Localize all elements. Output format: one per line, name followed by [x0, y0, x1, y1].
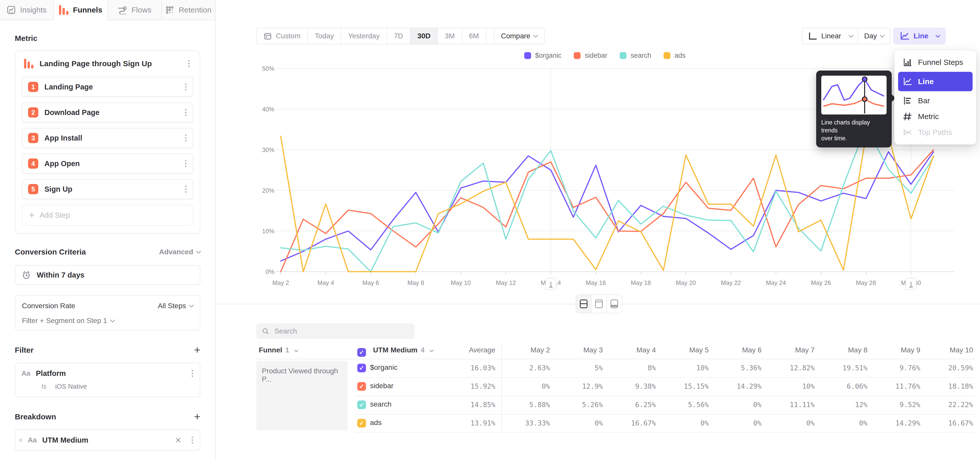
breakdown-utm-card[interactable]: ≡ Aa UTM Medium ✕: [15, 429, 200, 451]
date-range-yesterday[interactable]: Yesterday: [341, 28, 387, 44]
menu-item-funnel-steps[interactable]: Funnel Steps: [898, 54, 973, 70]
tab-funnels[interactable]: Funnels: [54, 0, 108, 20]
date-column-header[interactable]: May 5: [658, 346, 709, 354]
filter-segment-toggle[interactable]: Filter + Segment on Step 1: [22, 317, 193, 325]
remove-breakdown-icon[interactable]: ✕: [173, 436, 183, 445]
table-funnel-name-cell[interactable]: Product Viewed through P...: [256, 361, 348, 430]
date-column-header[interactable]: May 9: [869, 346, 920, 354]
menu-item-bar[interactable]: Bar: [898, 93, 973, 109]
annotation-badge[interactable]: 1: [906, 278, 916, 290]
y-axis-tick-label: 20%: [262, 187, 274, 194]
compare-button[interactable]: Compare: [494, 27, 545, 45]
funnel-step-download-page[interactable]: 2Download Page: [22, 102, 193, 122]
step-kebab-menu[interactable]: [183, 107, 189, 118]
view-split-horizontal[interactable]: [576, 295, 592, 313]
row-checkbox[interactable]: ✓: [357, 419, 366, 428]
legend-item-organic[interactable]: $organic: [524, 52, 562, 59]
date-column-header[interactable]: May 6: [711, 346, 762, 354]
conversion-window-button[interactable]: Within 7 days: [15, 265, 200, 285]
chevron-down-icon: [849, 33, 854, 38]
annotation-badge[interactable]: 1: [546, 278, 556, 290]
average-column-header[interactable]: Average: [444, 346, 495, 354]
flows-icon: [118, 6, 127, 14]
view-bottom-panel[interactable]: [607, 295, 622, 313]
menu-item-metric[interactable]: Metric: [898, 109, 973, 125]
row-checkbox[interactable]: ✓: [357, 401, 366, 409]
scale-label: Linear: [821, 32, 841, 40]
insights-icon: [7, 6, 16, 14]
date-column-header[interactable]: May 7: [764, 346, 815, 354]
report-tabs: Insights Funnels Flows: [0, 0, 215, 20]
date-column-header[interactable]: May 10: [922, 346, 973, 354]
date-column-header[interactable]: May 8: [816, 346, 867, 354]
view-split-vertical[interactable]: [592, 295, 607, 313]
filter-heading-label: Filter: [15, 346, 33, 355]
date-range-6m[interactable]: 6M: [462, 28, 487, 44]
row-checkbox[interactable]: ✓: [357, 382, 366, 391]
filter-segment-label: Filter + Segment on Step 1: [22, 317, 107, 325]
row-value: 10%: [771, 382, 815, 390]
table-row-search[interactable]: ✓search14.85%5.88%5.26%6.25%5.56%0%11.11…: [355, 396, 975, 415]
tab-insights[interactable]: Insights: [0, 0, 54, 20]
svg-text:1: 1: [549, 281, 552, 288]
filter-condition[interactable]: Is iOS Native: [41, 383, 196, 390]
interval-dropdown-button[interactable]: Day: [858, 27, 891, 45]
funnel-kebab-menu[interactable]: [186, 59, 192, 69]
step-kebab-menu[interactable]: [183, 133, 189, 143]
add-step-button[interactable]: + Add Step: [22, 205, 193, 226]
search-icon: [262, 327, 269, 335]
funnel-step-landing-page[interactable]: 1Landing Page: [22, 77, 193, 97]
date-column-header[interactable]: May 3: [552, 346, 603, 354]
tab-label: Flows: [131, 6, 151, 14]
row-value: 5.26%: [559, 401, 603, 409]
filter-kebab-menu[interactable]: [189, 368, 196, 379]
legend-item-ads[interactable]: ads: [663, 52, 686, 59]
row-value: 15.15%: [665, 382, 709, 390]
date-range-30d[interactable]: 30D: [410, 28, 438, 44]
step-kebab-menu[interactable]: [183, 158, 189, 169]
funnel-metric-icon: [24, 59, 33, 69]
funnel-step-app-open[interactable]: 4App Open: [22, 153, 193, 174]
step-number-badge: 3: [28, 133, 38, 143]
step-kebab-menu[interactable]: [183, 184, 189, 194]
series-line-ads[interactable]: [281, 136, 934, 272]
date-range-custom[interactable]: Custom: [257, 28, 308, 44]
date-column-header[interactable]: May 2: [499, 346, 550, 354]
funnel-step-app-install[interactable]: 3App Install: [22, 128, 193, 148]
tab-flows[interactable]: Flows: [108, 0, 162, 20]
row-checkbox[interactable]: ✓: [357, 364, 366, 372]
funnel-step-sign-up[interactable]: 5Sign Up: [22, 179, 193, 199]
scale-dropdown-button[interactable]: Linear: [802, 27, 860, 45]
search-input[interactable]: [274, 327, 409, 335]
date-range-7d[interactable]: 7D: [387, 28, 410, 44]
funnel-column-header[interactable]: Funnel1: [259, 346, 298, 354]
row-series-name: $organic: [370, 363, 397, 372]
chart-type-dropdown-button[interactable]: Line: [893, 27, 946, 45]
filter-platform-card[interactable]: Aa Platform Is iOS Native: [15, 363, 200, 397]
table-row-ads[interactable]: ✓ads13.91%33.33%0%16.67%0%0%0%0%14.29%16…: [355, 415, 975, 433]
add-breakdown-button[interactable]: +: [194, 411, 200, 422]
advanced-dropdown[interactable]: Advanced: [159, 248, 200, 256]
step-kebab-menu[interactable]: [183, 82, 189, 92]
tab-retention[interactable]: Retention: [162, 0, 215, 20]
table-row-organic[interactable]: ✓$organic16.03%2.63%5%8%10%5.36%12.82%19…: [355, 359, 975, 378]
breakdown-column-header[interactable]: ✓ UTM Medium4: [357, 346, 433, 357]
add-filter-button[interactable]: +: [194, 345, 200, 356]
legend-swatch: [663, 52, 670, 59]
tab-label: Insights: [20, 6, 46, 14]
legend-label: ads: [675, 52, 686, 59]
date-column-header[interactable]: May 4: [605, 346, 656, 354]
row-value: 12.9%: [559, 382, 603, 390]
legend-item-sidebar[interactable]: sidebar: [574, 52, 608, 59]
select-all-checkbox[interactable]: ✓: [357, 348, 366, 357]
drag-handle-icon[interactable]: ≡: [19, 436, 22, 444]
menu-item-line[interactable]: Line: [898, 72, 973, 91]
legend-item-search[interactable]: search: [620, 52, 651, 59]
table-row-sidebar[interactable]: ✓sidebar15.92%0%12.9%9.38%15.15%14.29%10…: [355, 378, 975, 396]
breakdown-kebab-menu[interactable]: [189, 435, 196, 445]
all-steps-dropdown[interactable]: All Steps: [158, 302, 193, 310]
bottom-panel-icon: [611, 300, 618, 308]
x-axis-tick-label: May 24: [766, 280, 786, 286]
date-range-today[interactable]: Today: [308, 28, 341, 44]
date-range-3m[interactable]: 3M: [438, 28, 462, 44]
